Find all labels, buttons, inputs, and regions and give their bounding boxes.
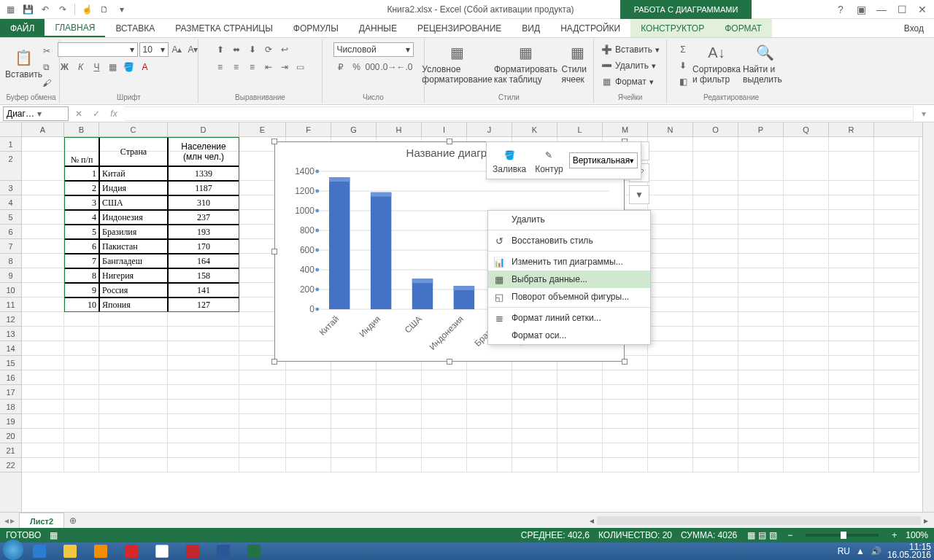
expand-formula-bar-icon[interactable]: ▾ (916, 106, 931, 121)
cell[interactable] (648, 283, 693, 298)
row-header[interactable]: 21 (0, 443, 21, 458)
cell[interactable] (64, 356, 99, 370)
cell[interactable] (648, 137, 693, 152)
cell[interactable] (648, 298, 693, 312)
fill-color-icon[interactable]: 🪣 (122, 60, 136, 74)
table-cell-num[interactable]: 9 (64, 283, 99, 298)
cell[interactable] (648, 341, 693, 356)
increase-decimal-icon[interactable]: .0→ (382, 60, 396, 74)
cell[interactable] (377, 443, 422, 458)
cell[interactable] (99, 341, 168, 356)
new-sheet-button[interactable]: ⊕ (64, 516, 82, 526)
table-cell-num[interactable]: 3 (64, 195, 99, 210)
cut-icon[interactable]: ✂ (39, 44, 54, 58)
format-painter-icon[interactable]: 🖌 (39, 76, 54, 90)
cell[interactable] (738, 210, 784, 225)
tab-formulas[interactable]: ФОРМУЛЫ (283, 19, 349, 37)
cell[interactable] (557, 414, 603, 429)
cell[interactable] (22, 429, 64, 443)
table-cell-pop[interactable]: 141 (168, 283, 239, 298)
cell[interactable] (829, 327, 874, 341)
cell[interactable] (286, 385, 331, 400)
cell[interactable] (738, 298, 784, 312)
cell[interactable] (64, 414, 99, 429)
tray-network-icon[interactable]: ▲ (856, 546, 865, 556)
cell[interactable] (286, 443, 331, 458)
decrease-decimal-icon[interactable]: ←.0 (398, 60, 412, 74)
start-button[interactable] (3, 540, 23, 560)
col-header[interactable]: O (693, 122, 738, 136)
chart-filters-funnel-icon[interactable]: ▼ (629, 185, 649, 204)
cell[interactable] (874, 356, 919, 370)
cell[interactable] (99, 370, 168, 385)
touch-mode-icon[interactable]: ☝ (80, 2, 94, 17)
cell[interactable] (557, 400, 603, 414)
cell[interactable] (693, 239, 738, 254)
cell[interactable] (784, 356, 829, 370)
cell[interactable] (648, 327, 693, 341)
row-header[interactable]: 7 (0, 239, 21, 254)
row-header[interactable]: 14 (0, 341, 21, 356)
taskbar-chrome[interactable] (147, 543, 177, 559)
cell[interactable] (603, 414, 648, 429)
align-bottom-icon[interactable]: ⬇ (245, 42, 260, 57)
row-header[interactable]: 13 (0, 327, 21, 341)
cell[interactable] (22, 225, 64, 239)
insert-function-icon[interactable]: fx (107, 106, 121, 121)
sheet-tab-active[interactable]: Лист2 (19, 513, 64, 529)
cell[interactable] (829, 195, 874, 210)
col-header[interactable]: G (331, 122, 377, 136)
ctx-axis-format[interactable]: Формат оси... (488, 327, 650, 344)
tab-page-layout[interactable]: РАЗМЕТКА СТРАНИЦЫ (165, 19, 283, 37)
cell[interactable] (874, 225, 919, 239)
cell[interactable] (22, 443, 64, 458)
sheet-nav-arrows[interactable]: ◂▸ (0, 516, 19, 526)
font-color-icon[interactable]: A (138, 60, 153, 74)
cell[interactable] (331, 429, 377, 443)
cell[interactable] (648, 385, 693, 400)
table-cell-num[interactable]: 6 (64, 239, 99, 254)
cell[interactable] (331, 443, 377, 458)
tab-insert[interactable]: ВСТАВКА (105, 19, 165, 37)
cell[interactable] (648, 268, 693, 283)
cell[interactable] (64, 312, 99, 327)
cell[interactable] (693, 152, 738, 181)
cell[interactable] (874, 152, 919, 181)
ctx-reset-style[interactable]: ↺Восстановить стиль (488, 232, 650, 249)
undo-icon[interactable]: ↶ (38, 2, 53, 17)
cell[interactable] (738, 225, 784, 239)
tab-home[interactable]: ГЛАВНАЯ (45, 19, 105, 37)
table-cell-country[interactable]: Япония (99, 298, 168, 312)
cell[interactable] (64, 370, 99, 385)
minimize-icon[interactable]: — (873, 3, 890, 16)
find-select-button[interactable]: 🔍Найти и выделить (743, 41, 787, 85)
taskbar-opera[interactable] (117, 543, 146, 559)
cell[interactable] (22, 312, 64, 327)
cell[interactable] (648, 181, 693, 195)
cell[interactable] (422, 400, 467, 414)
cell[interactable] (874, 327, 919, 341)
cell[interactable] (331, 414, 377, 429)
cell[interactable] (738, 254, 784, 268)
fill-icon[interactable]: ⬇ (676, 58, 690, 73)
table-cell-num[interactable]: 1 (64, 166, 99, 181)
cell[interactable] (829, 443, 874, 458)
cell[interactable] (829, 268, 874, 283)
table-cell-num[interactable]: 5 (64, 225, 99, 239)
cell[interactable] (22, 385, 64, 400)
cell[interactable] (22, 356, 64, 370)
cell[interactable] (286, 458, 331, 472)
cell[interactable] (829, 400, 874, 414)
cell[interactable] (693, 225, 738, 239)
formula-input[interactable] (124, 106, 914, 121)
cell[interactable] (467, 385, 512, 400)
zoom-slider[interactable] (806, 534, 879, 537)
cell[interactable] (422, 414, 467, 429)
ctx-select-data[interactable]: ▦Выбрать данные... (488, 271, 650, 288)
ctx-3d-rotation[interactable]: ◱Поворот объемной фигуры... (488, 288, 650, 306)
taskbar-explorer[interactable] (55, 543, 85, 559)
cell[interactable] (693, 181, 738, 195)
col-header[interactable]: Q (784, 122, 829, 136)
cell[interactable] (22, 181, 64, 195)
cell[interactable] (239, 458, 286, 472)
